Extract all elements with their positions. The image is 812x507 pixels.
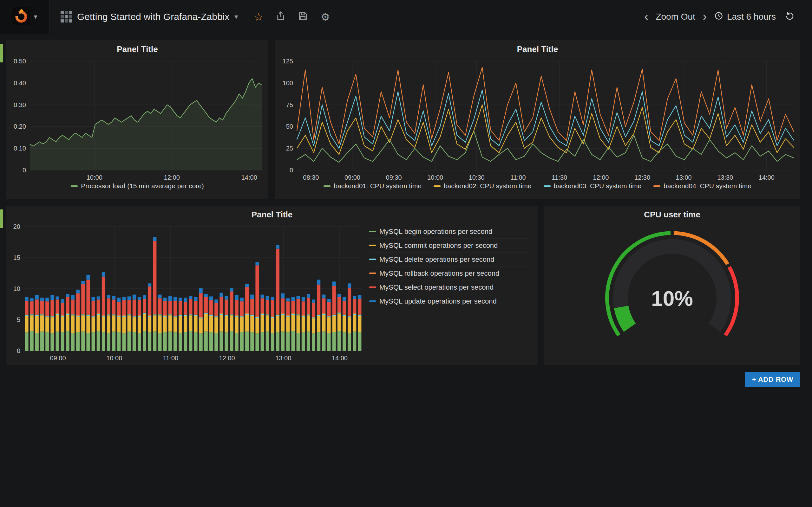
svg-text:10:30: 10:30 [469,174,485,181]
gauge-canvas[interactable]: 10% [544,222,800,365]
share-button[interactable] [270,6,292,28]
dashboard-title: Getting Started with Grafana-Zabbix [77,11,229,22]
svg-text:09:00: 09:00 [50,354,66,361]
dashboard-title-dropdown[interactable]: Getting Started with Grafana-Zabbix ▾ [50,0,247,34]
legend-swatch-icon [434,185,441,187]
legend-item[interactable]: MySQL select operations per second [369,280,529,294]
legend-swatch-icon [369,273,376,274]
row-toggle-handle[interactable] [0,44,3,62]
line-chart-processor-load[interactable]: 00.100.200.300.400.5010:0012:0014:00 [6,57,268,182]
navbar: ▾ Getting Started with Grafana-Zabbix ▾ … [0,0,812,34]
star-button[interactable]: ☆ [247,6,270,28]
svg-text:08:30: 08:30 [303,174,319,181]
svg-text:14:00: 14:00 [241,174,257,181]
line-chart-canvas[interactable]: 025507510012508:3009:0009:3010:0010:3011… [275,57,800,182]
panel-title[interactable]: Panel Title [275,40,800,57]
legend-item[interactable]: MySQL update operations per second [369,294,529,308]
time-range-picker[interactable]: Last 6 hours [711,11,779,22]
refresh-button[interactable] [781,8,799,26]
stacked-bar-chart-mysql[interactable]: 0510152009:0010:0011:0012:0013:0014:00 [6,222,367,363]
gauge-cpu-user-time[interactable]: 10% [544,222,800,365]
legend-label: MySQL update operations per second [379,297,497,305]
grafana-logo-icon [12,7,31,26]
zoom-out-button[interactable]: Zoom Out [653,12,698,22]
svg-text:125: 125 [283,58,293,65]
time-shift-left-button[interactable]: ‹ [642,11,651,22]
legend-swatch-icon [369,286,376,288]
svg-text:09:00: 09:00 [345,174,360,181]
svg-text:0: 0 [290,167,293,174]
legend-label: MySQL commit operations per second [379,241,498,250]
svg-text:0.40: 0.40 [14,79,26,87]
panel-cpu-system-time: Panel Title 025507510012508:3009:0009:30… [275,40,800,199]
legend-label: Processor load (15 min average per core) [81,182,204,190]
chart-legend: Processor load (15 min average per core) [6,182,268,199]
legend-label: backend04: CPU system time [664,182,751,190]
svg-text:0: 0 [17,347,20,354]
add-row-button[interactable]: + ADD ROW [745,372,800,387]
svg-text:20: 20 [13,223,20,230]
legend-label: MySQL begin operations per second [379,228,492,236]
svg-text:10: 10 [13,285,20,292]
legend-swatch-icon [323,185,331,187]
legend-label: backend01: CPU system time [334,182,421,190]
panel-title[interactable]: CPU user time [544,206,800,222]
grafana-menu-button[interactable]: ▾ [0,0,50,34]
svg-text:5: 5 [17,316,20,323]
legend-item[interactable]: MySQL commit operations per second [369,239,529,252]
svg-text:12:00: 12:00 [164,174,180,181]
svg-text:13:30: 13:30 [717,174,733,181]
panel-title[interactable]: Panel Title [6,40,268,57]
legend-label: MySQL delete operations per second [379,256,494,264]
svg-text:12:00: 12:00 [593,174,609,181]
svg-text:75: 75 [286,101,293,108]
legend-item[interactable]: backend03: CPU system time [544,182,642,190]
bar-chart-canvas[interactable]: 0510152009:0010:0011:0012:0013:0014:00 [6,222,367,363]
legend-item[interactable]: backend02: CPU system time [434,182,531,190]
legend-item[interactable]: Processor load (15 min average per core) [71,182,204,190]
gear-icon: ⚙ [320,12,330,22]
time-shift-right-button[interactable]: › [700,11,709,22]
svg-text:0: 0 [22,167,26,174]
settings-button[interactable]: ⚙ [314,6,336,28]
svg-text:12:30: 12:30 [635,174,650,181]
refresh-icon [785,11,795,22]
legend-item[interactable]: backend04: CPU system time [653,182,751,190]
legend-item[interactable]: MySQL delete operations per second [369,252,529,267]
legend-swatch-icon [369,231,376,232]
svg-text:10:00: 10:00 [427,174,443,181]
legend-item[interactable]: MySQL begin operations per second [369,225,529,239]
gauge-value: 10% [651,287,693,310]
clock-icon [714,11,723,22]
legend-swatch-icon [71,185,78,187]
svg-text:14:00: 14:00 [332,354,348,361]
legend-swatch-icon [544,185,551,187]
svg-text:100: 100 [283,79,293,87]
panel-processor-load: Panel Title 00.100.200.300.400.5010:0012… [6,40,268,199]
svg-text:12:00: 12:00 [219,354,235,361]
chart-legend: MySQL begin operations per secondMySQL c… [367,222,538,365]
zoom-out-label: Zoom Out [656,12,695,22]
svg-text:11:00: 11:00 [163,354,179,361]
svg-text:14:00: 14:00 [759,174,774,181]
svg-text:10:00: 10:00 [87,174,102,181]
legend-label: backend02: CPU system time [444,182,531,190]
caret-down-icon: ▾ [34,13,37,20]
svg-text:13:00: 13:00 [676,174,692,181]
legend-label: backend03: CPU system time [554,182,642,190]
svg-text:10:00: 10:00 [106,354,122,361]
legend-item[interactable]: MySQL rollback operations per second [369,267,529,280]
svg-text:0.10: 0.10 [14,145,26,152]
legend-item[interactable]: backend01: CPU system time [323,182,421,190]
row-toggle-handle[interactable] [0,210,3,228]
time-range-label: Last 6 hours [727,12,776,22]
svg-text:0.30: 0.30 [14,101,26,108]
line-chart-cpu-system-time[interactable]: 025507510012508:3009:0009:3010:0010:3011… [275,57,800,182]
dashboard-grid-icon [61,11,72,22]
panel-cpu-user-time: CPU user time 10% [544,206,800,365]
line-chart-canvas[interactable]: 00.100.200.300.400.5010:0012:0014:00 [6,57,268,182]
svg-text:11:00: 11:00 [510,174,526,181]
save-icon [298,11,308,22]
save-button[interactable] [292,6,314,28]
panel-title[interactable]: Panel Title [6,206,538,222]
